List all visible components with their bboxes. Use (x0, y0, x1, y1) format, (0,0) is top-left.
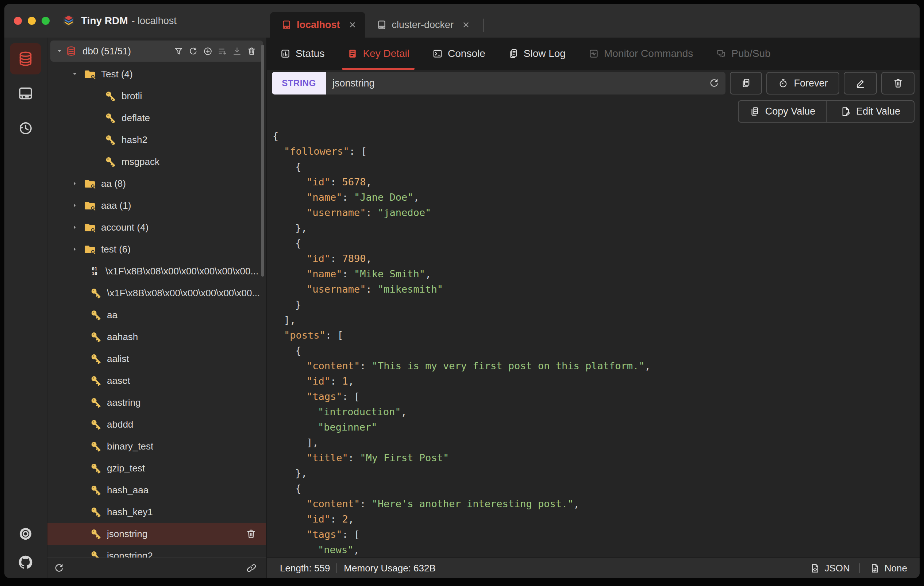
database-icon (66, 46, 77, 56)
github-button[interactable] (10, 550, 41, 574)
tree-row[interactable]: aastring (48, 391, 266, 413)
tree-row[interactable]: jsonstring2 (48, 545, 266, 558)
tree-row[interactable]: aaa (1) (48, 195, 266, 216)
connection-tabs: localhostcluster-docker (267, 4, 484, 38)
value-action-label: Edit Value (856, 106, 900, 117)
key-icon (90, 330, 102, 343)
key-icon (90, 528, 102, 540)
tree-row[interactable]: deflate (48, 107, 266, 129)
trash-icon (893, 78, 904, 89)
add-circle-icon[interactable] (203, 46, 213, 56)
chevron-right-icon[interactable] (71, 201, 79, 210)
tree-row[interactable]: aaset (48, 370, 266, 391)
tree-row-label: aastring (107, 397, 141, 408)
tree-row[interactable]: hash_key1 (48, 501, 266, 523)
tree-row[interactable]: 0110\x1F\x8B\x08\x00\x00\x00\x00\x00... (48, 260, 266, 282)
tree-row[interactable]: account (4) (48, 216, 266, 238)
key-icon (90, 375, 102, 387)
tree-row[interactable]: hash_aaa (48, 479, 266, 501)
chevron-down-icon[interactable] (56, 47, 63, 55)
key-name-field[interactable] (326, 72, 726, 94)
refresh-icon[interactable] (54, 563, 64, 574)
tree-row[interactable]: binary_test (48, 435, 266, 457)
edit-value-button[interactable]: Edit Value (826, 100, 914, 122)
tree-row-label: \x1F\x8B\x08\x00\x00\x00\x00\x00... (106, 266, 258, 277)
tree-row[interactable]: brotli (48, 85, 266, 107)
connection-tab[interactable]: localhost (270, 12, 365, 38)
link-icon[interactable] (246, 563, 257, 574)
key-type-badge: STRING (272, 72, 326, 94)
value-action-label: Copy Value (765, 106, 816, 117)
scrollbar-thumb[interactable] (261, 45, 264, 277)
tab-pub-sub[interactable]: Pub/Sub (716, 38, 771, 70)
tab-monitor-commands[interactable]: Monitor Commands (588, 38, 693, 70)
titlebar: Tiny RDM- localhost localhostcluster-doc… (4, 4, 920, 38)
copy-key-button[interactable] (730, 72, 762, 94)
chevron-right-icon[interactable] (71, 180, 79, 188)
tree-row[interactable]: aahash (48, 326, 266, 348)
value-viewer[interactable]: {"followers": [{"id": 5678,"name": "Jane… (272, 129, 914, 558)
status-chart-icon (280, 48, 291, 59)
tree-row[interactable]: Test (4) (48, 63, 266, 85)
close-icon[interactable] (461, 20, 471, 30)
json-line: "tags": [ (272, 389, 914, 404)
slowlog-icon (508, 48, 519, 59)
activity-item-server[interactable] (10, 78, 41, 109)
batch-list-icon[interactable] (218, 46, 227, 56)
tree-row[interactable]: aalist (48, 348, 266, 370)
ttl-button[interactable]: Forever (766, 72, 839, 94)
tree-row[interactable]: \x1F\x8B\x08\x00\x00\x00\x00\x00... (48, 282, 266, 304)
json-line: }, (272, 465, 914, 481)
tree-row[interactable]: abddd (48, 413, 266, 435)
tree-row-label: deflate (122, 112, 150, 124)
connection-tab[interactable]: cluster-docker (365, 12, 479, 38)
tab-console[interactable]: Console (432, 38, 485, 70)
decode-selector[interactable]: None (870, 563, 907, 574)
activity-item-database[interactable] (10, 43, 41, 74)
tree-row[interactable]: test (6) (48, 238, 266, 260)
tree-row[interactable]: hash2 (48, 129, 266, 151)
tree-row[interactable]: gzip_test (48, 457, 266, 479)
key-toolbar: STRING Forever (272, 72, 914, 94)
chevron-right-icon[interactable] (71, 245, 79, 253)
zoom-window-button[interactable] (41, 17, 50, 25)
database-header-row[interactable]: db0 (51/51) (50, 41, 263, 62)
minimize-window-button[interactable] (28, 17, 36, 25)
json-line: "id": 1, (272, 374, 914, 389)
json-line: "id": 2, (272, 512, 914, 527)
chevron-down-icon[interactable] (71, 70, 79, 78)
screen: Tiny RDM- localhost localhostcluster-doc… (0, 0, 924, 586)
json-line: "id": 5678, (272, 174, 914, 190)
view-format-selector[interactable]: JSON (810, 563, 850, 574)
close-icon[interactable] (348, 20, 357, 30)
filter-icon[interactable] (174, 46, 183, 56)
tree-row[interactable]: aa (48, 304, 266, 326)
activity-item-history[interactable] (10, 112, 41, 144)
trash-icon[interactable] (247, 46, 257, 56)
tab-status[interactable]: Status (280, 38, 324, 70)
window-title-suffix: - localhost (132, 15, 177, 26)
refresh-icon[interactable] (188, 46, 198, 56)
tab-slow-log[interactable]: Slow Log (508, 38, 566, 70)
tree-row[interactable]: aa (8) (48, 173, 266, 195)
json-line: "title": "My First Post" (272, 450, 914, 465)
trash-icon[interactable] (246, 528, 257, 539)
import-icon[interactable] (232, 46, 242, 56)
app-logo-icon (61, 13, 76, 28)
settings-gear-button[interactable] (10, 522, 41, 546)
tab-key-detail[interactable]: Key Detail (347, 38, 409, 70)
folder-icon (84, 177, 96, 190)
tree-row[interactable]: msgpack (48, 151, 266, 173)
rename-key-button[interactable] (844, 72, 877, 94)
copy-icon (749, 106, 760, 117)
close-window-button[interactable] (14, 17, 22, 25)
key-name-input[interactable] (332, 78, 709, 89)
delete-key-button[interactable] (881, 72, 914, 94)
activity-top (10, 43, 41, 144)
chevron-right-icon[interactable] (71, 223, 79, 231)
copy-value-button[interactable]: Copy Value (738, 100, 827, 122)
folder-icon (84, 243, 96, 256)
refresh-icon[interactable] (709, 78, 719, 89)
tree-row-label: brotli (122, 91, 142, 102)
tree-row[interactable]: jsonstring (48, 523, 266, 545)
